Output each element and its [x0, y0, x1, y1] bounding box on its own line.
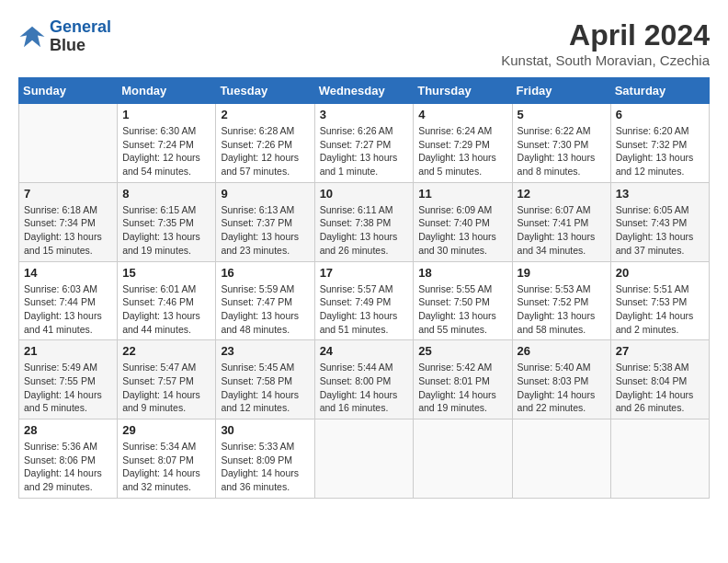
day-info: Sunrise: 6:18 AM Sunset: 7:34 PM Dayligh… [24, 203, 112, 258]
day-number: 9 [221, 187, 309, 201]
logo: General Blue [18, 18, 111, 55]
day-number: 26 [518, 344, 606, 358]
header-saturday: Saturday [610, 78, 709, 104]
day-number: 25 [418, 344, 506, 358]
day-number: 24 [320, 344, 409, 358]
day-info: Sunrise: 5:49 AM Sunset: 7:55 PM Dayligh… [24, 361, 112, 415]
day-number: 28 [24, 423, 112, 437]
day-info: Sunrise: 5:53 AM Sunset: 7:52 PM Dayligh… [518, 282, 606, 337]
day-number: 11 [418, 187, 506, 201]
day-info: Sunrise: 6:22 AM Sunset: 7:30 PM Dayligh… [518, 124, 606, 178]
day-number: 15 [122, 266, 210, 280]
day-cell: 11Sunrise: 6:09 AM Sunset: 7:40 PM Dayli… [414, 182, 512, 261]
header-sunday: Sunday [19, 78, 118, 104]
day-cell: 12Sunrise: 6:07 AM Sunset: 7:41 PM Dayli… [512, 182, 610, 261]
day-number: 7 [24, 187, 112, 201]
week-row-4: 21Sunrise: 5:49 AM Sunset: 7:55 PM Dayli… [19, 340, 710, 419]
week-row-1: 1Sunrise: 6:30 AM Sunset: 7:24 PM Daylig… [19, 104, 710, 183]
day-info: Sunrise: 5:59 AM Sunset: 7:47 PM Dayligh… [221, 282, 309, 337]
day-info: Sunrise: 6:01 AM Sunset: 7:46 PM Dayligh… [122, 282, 210, 337]
day-number: 30 [221, 423, 309, 437]
logo-line1: General [50, 17, 111, 36]
title-area: April 2024 Kunstat, South Moravian, Czec… [501, 18, 710, 68]
day-number: 6 [616, 108, 704, 121]
week-row-5: 28Sunrise: 5:36 AM Sunset: 8:06 PM Dayli… [19, 419, 710, 499]
day-info: Sunrise: 6:24 AM Sunset: 7:29 PM Dayligh… [418, 124, 506, 178]
day-number: 8 [122, 187, 210, 201]
day-number: 14 [24, 266, 112, 280]
day-cell: 19Sunrise: 5:53 AM Sunset: 7:52 PM Dayli… [512, 261, 610, 340]
day-number: 20 [616, 266, 704, 280]
day-number: 13 [616, 187, 704, 201]
week-row-3: 14Sunrise: 6:03 AM Sunset: 7:44 PM Dayli… [19, 261, 710, 340]
month-title: April 2024 [501, 18, 710, 52]
day-cell: 15Sunrise: 6:01 AM Sunset: 7:46 PM Dayli… [118, 261, 216, 340]
day-number: 27 [616, 344, 704, 358]
day-cell [314, 419, 414, 499]
header-thursday: Thursday [414, 78, 512, 104]
day-cell: 20Sunrise: 5:51 AM Sunset: 7:53 PM Dayli… [610, 261, 709, 340]
day-cell: 6Sunrise: 6:20 AM Sunset: 7:32 PM Daylig… [610, 104, 709, 183]
header-tuesday: Tuesday [216, 78, 314, 104]
day-cell [19, 104, 118, 183]
day-info: Sunrise: 5:44 AM Sunset: 8:00 PM Dayligh… [320, 361, 409, 415]
day-info: Sunrise: 5:55 AM Sunset: 7:50 PM Dayligh… [418, 282, 506, 337]
day-cell: 9Sunrise: 6:13 AM Sunset: 7:37 PM Daylig… [216, 182, 314, 261]
location: Kunstat, South Moravian, Czechia [501, 52, 710, 68]
day-cell: 16Sunrise: 5:59 AM Sunset: 7:47 PM Dayli… [216, 261, 314, 340]
day-number: 17 [320, 266, 409, 280]
weekday-header-row: Sunday Monday Tuesday Wednesday Thursday… [19, 78, 710, 104]
day-number: 16 [221, 266, 309, 280]
logo-line2: Blue [50, 37, 111, 55]
day-cell: 5Sunrise: 6:22 AM Sunset: 7:30 PM Daylig… [512, 104, 610, 183]
day-cell: 2Sunrise: 6:28 AM Sunset: 7:26 PM Daylig… [216, 104, 314, 183]
header-monday: Monday [118, 78, 216, 104]
day-cell: 26Sunrise: 5:40 AM Sunset: 8:03 PM Dayli… [512, 340, 610, 419]
logo-icon [18, 23, 46, 51]
day-cell: 1Sunrise: 6:30 AM Sunset: 7:24 PM Daylig… [118, 104, 216, 183]
day-cell: 3Sunrise: 6:26 AM Sunset: 7:27 PM Daylig… [314, 104, 414, 183]
day-info: Sunrise: 5:33 AM Sunset: 8:09 PM Dayligh… [221, 440, 309, 494]
day-cell: 30Sunrise: 5:33 AM Sunset: 8:09 PM Dayli… [216, 419, 314, 499]
day-info: Sunrise: 6:09 AM Sunset: 7:40 PM Dayligh… [418, 203, 506, 258]
calendar-table: Sunday Monday Tuesday Wednesday Thursday… [18, 77, 710, 499]
day-number: 19 [518, 266, 606, 280]
day-number: 3 [320, 108, 409, 121]
day-info: Sunrise: 5:45 AM Sunset: 7:58 PM Dayligh… [221, 361, 309, 415]
day-number: 2 [221, 108, 309, 121]
day-cell: 7Sunrise: 6:18 AM Sunset: 7:34 PM Daylig… [19, 182, 118, 261]
day-cell [414, 419, 512, 499]
day-cell [610, 419, 709, 499]
day-number: 18 [418, 266, 506, 280]
day-cell: 23Sunrise: 5:45 AM Sunset: 7:58 PM Dayli… [216, 340, 314, 419]
day-cell: 14Sunrise: 6:03 AM Sunset: 7:44 PM Dayli… [19, 261, 118, 340]
day-number: 10 [320, 187, 409, 201]
day-info: Sunrise: 6:11 AM Sunset: 7:38 PM Dayligh… [320, 203, 409, 258]
day-info: Sunrise: 6:15 AM Sunset: 7:35 PM Dayligh… [122, 203, 210, 258]
day-number: 29 [122, 423, 210, 437]
svg-marker-0 [20, 27, 45, 48]
day-cell: 18Sunrise: 5:55 AM Sunset: 7:50 PM Dayli… [414, 261, 512, 340]
day-info: Sunrise: 5:34 AM Sunset: 8:07 PM Dayligh… [122, 440, 210, 494]
day-info: Sunrise: 6:07 AM Sunset: 7:41 PM Dayligh… [518, 203, 606, 258]
day-cell [512, 419, 610, 499]
day-info: Sunrise: 6:30 AM Sunset: 7:24 PM Dayligh… [122, 124, 210, 178]
day-info: Sunrise: 6:28 AM Sunset: 7:26 PM Dayligh… [221, 124, 309, 178]
day-number: 4 [418, 108, 506, 121]
day-cell: 24Sunrise: 5:44 AM Sunset: 8:00 PM Dayli… [314, 340, 414, 419]
day-cell: 27Sunrise: 5:38 AM Sunset: 8:04 PM Dayli… [610, 340, 709, 419]
day-info: Sunrise: 6:03 AM Sunset: 7:44 PM Dayligh… [24, 282, 112, 337]
day-number: 1 [122, 108, 210, 121]
day-cell: 28Sunrise: 5:36 AM Sunset: 8:06 PM Dayli… [19, 419, 118, 499]
day-info: Sunrise: 6:13 AM Sunset: 7:37 PM Dayligh… [221, 203, 309, 258]
day-cell: 8Sunrise: 6:15 AM Sunset: 7:35 PM Daylig… [118, 182, 216, 261]
header-wednesday: Wednesday [314, 78, 414, 104]
day-cell: 29Sunrise: 5:34 AM Sunset: 8:07 PM Dayli… [118, 419, 216, 499]
day-number: 12 [518, 187, 606, 201]
day-info: Sunrise: 5:51 AM Sunset: 7:53 PM Dayligh… [616, 282, 704, 337]
day-number: 22 [122, 344, 210, 358]
day-info: Sunrise: 5:42 AM Sunset: 8:01 PM Dayligh… [418, 361, 506, 415]
day-info: Sunrise: 5:57 AM Sunset: 7:49 PM Dayligh… [320, 282, 409, 337]
header-friday: Friday [512, 78, 610, 104]
day-cell: 22Sunrise: 5:47 AM Sunset: 7:57 PM Dayli… [118, 340, 216, 419]
